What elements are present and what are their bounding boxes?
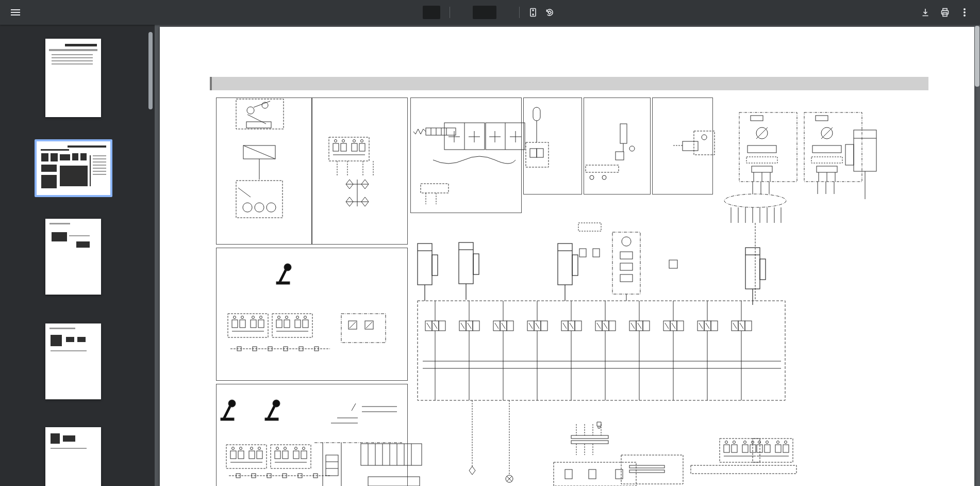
thumbnail-sketch [38,143,109,193]
zoom-out-button[interactable] [455,5,470,20]
toolbar-divider [450,7,450,18]
thumbnail-sketch [52,54,93,55]
thumbnail-sketch [52,60,93,61]
kebab-menu-icon [964,7,966,18]
thumbnail-sketch [52,57,93,58]
toolbar-left [7,4,32,21]
thumbnail-sketch [49,328,75,329]
download-button[interactable] [917,4,934,21]
toolbar-divider [519,7,520,18]
hamburger-icon [11,8,20,17]
more-options-button[interactable] [956,4,973,21]
main-control-valve-label [778,332,785,402]
thumbnail-sidebar [0,25,155,486]
thumbnail-sketch [52,63,93,64]
menu-button[interactable] [7,4,24,21]
print-button[interactable] [937,4,953,21]
pdf-viewport[interactable] [155,25,980,486]
diagram-label-layer [160,27,974,486]
thumbnail-sketch [52,232,67,241]
zoom-level[interactable] [473,6,496,19]
pdf-page [160,27,974,486]
thumbnail-sketch [49,49,97,51]
thumbnail-page-3[interactable] [45,219,101,295]
thumbnail-sketch [69,235,90,236]
thumbnail-page-1[interactable] [45,39,101,117]
thumbnail-page-4[interactable] [45,323,101,399]
rotate-button[interactable] [541,4,558,21]
thumbnail-sketch [49,223,70,224]
print-icon [940,7,950,18]
toolbar-right [917,4,973,21]
rotate-ccw-icon [544,7,555,18]
download-icon [920,7,931,18]
thumbnail-sketch [66,337,74,342]
thumbnail-sketch [76,241,90,248]
pdf-toolbar [0,0,980,25]
sidebar-scrollbar-thumb[interactable] [148,32,153,109]
zoom-in-button[interactable] [500,5,514,20]
thumbnail-page-5[interactable] [45,427,101,486]
thumbnail-sketch [77,337,86,342]
fit-page-button[interactable] [525,4,541,21]
thumbnail-sketch [51,448,87,449]
page-number-input[interactable] [423,6,440,19]
thumbnail-sketch [51,350,87,351]
thumbnail-sketch [65,44,97,46]
thumbnail-sketch [63,435,75,442]
main-scrollbar-thumb[interactable] [975,26,979,87]
thumbnail-sketch [51,433,60,444]
toolbar-center [423,0,558,25]
fit-page-icon [528,7,538,18]
thumbnail-sketch [51,335,62,346]
thumbnail-page-2-selected[interactable] [35,139,112,197]
